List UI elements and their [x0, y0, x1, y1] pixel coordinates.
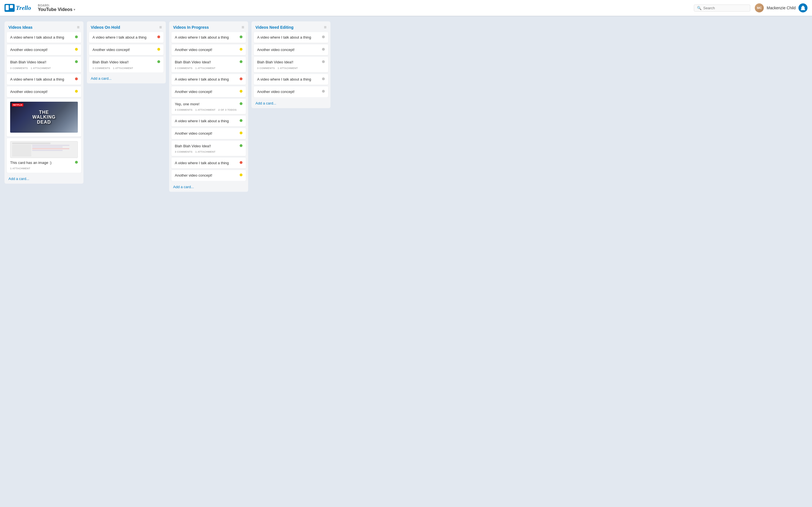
column-title: Videos In Progress: [173, 25, 209, 30]
card-title: A video where I talk about a thing: [257, 77, 320, 82]
board-name-area[interactable]: YouTube Videos ▾: [38, 7, 75, 12]
column-header: Videos Ideas≡: [4, 21, 84, 32]
netflix-badge: NETFLIX: [12, 103, 23, 107]
card-meta-item: 1 ATTACHMENT: [113, 67, 133, 69]
column-menu-icon[interactable]: ≡: [324, 25, 326, 30]
card[interactable]: Another video concept!: [171, 45, 246, 55]
column-menu-icon[interactable]: ≡: [242, 25, 244, 30]
card[interactable]: Blah Blah Video Idea!!3 COMMENTS1 ATTACH…: [89, 57, 163, 72]
card-title: A video where I talk about a thing: [175, 161, 238, 166]
card[interactable]: Blah Blah Video Idea!!3 COMMENTS1 ATTACH…: [171, 141, 246, 156]
card-dot: [322, 48, 325, 51]
column-title: Videos Need Editing: [255, 25, 294, 30]
card[interactable]: Another video concept!: [7, 87, 81, 97]
card-meta-item: 3 COMMENTS: [257, 67, 275, 69]
add-card-button[interactable]: Add a card...: [4, 174, 84, 184]
column-menu-icon[interactable]: ≡: [77, 25, 80, 30]
card-meta: 3 COMMENTS1 ATTACHMENT: [175, 67, 243, 69]
card-dot: [322, 60, 325, 63]
card-dot: [75, 77, 78, 80]
card[interactable]: Yep, one more!3 COMMENTS1 ATTACHMENT2 OF…: [171, 99, 246, 114]
card-meta-item: 1 ATTACHMENT: [195, 108, 216, 111]
card-meta-item: 1 ATTACHMENT: [10, 167, 31, 170]
walking-dead-title: THE WALKING DEAD: [33, 110, 56, 125]
bell-icon: [801, 6, 805, 10]
column-title: Videos On Hold: [91, 25, 120, 30]
card-title: Another video concept!: [257, 47, 320, 52]
card-dot: [240, 119, 243, 122]
card-title: A video where I talk about a thing: [93, 35, 156, 40]
card-image-browser: [10, 141, 78, 158]
add-card-button[interactable]: Add a card...: [252, 98, 331, 108]
card[interactable]: Blah Blah Video Idea!!3 COMMENTS1 ATTACH…: [171, 57, 246, 72]
card[interactable]: Another video concept!: [171, 170, 246, 181]
card-meta-item: 3 COMMENTS: [175, 67, 193, 69]
card[interactable]: Another video concept!: [254, 87, 328, 97]
avatar[interactable]: MC: [755, 3, 764, 12]
trello-wordmark: Trello: [16, 4, 31, 11]
card[interactable]: Blah Blah Video Idea!!3 COMMENTS1 ATTACH…: [7, 57, 81, 72]
card-dot: [240, 131, 243, 134]
card[interactable]: A video where I talk about a thing: [254, 32, 328, 43]
card[interactable]: A video where I talk about a thing: [171, 74, 246, 85]
column-header: Videos On Hold≡: [87, 21, 166, 32]
card[interactable]: Another video concept!: [171, 87, 246, 97]
card-title: A video where I talk about a thing: [175, 77, 238, 82]
trello-logo[interactable]: Trello: [4, 4, 31, 12]
board-dropdown-icon[interactable]: ▾: [73, 8, 75, 11]
card-dot: [240, 77, 243, 80]
card[interactable]: Another video concept!: [7, 45, 81, 55]
card-dot: [240, 90, 243, 93]
notification-icon[interactable]: [799, 3, 808, 12]
card-dot: [75, 36, 78, 38]
search-bar[interactable]: 🔍: [694, 4, 750, 11]
card-title: This card has an image :): [10, 160, 73, 165]
logo-area: Trello BOARD: YouTube Videos ▾: [4, 4, 75, 12]
card-dot: [240, 144, 243, 147]
column-col3: Videos In Progress≡A video where I talk …: [169, 21, 248, 192]
card-title: Another video concept!: [175, 47, 238, 52]
card[interactable]: Another video concept!: [171, 128, 246, 139]
card-dot: [322, 77, 325, 80]
column-col1: Videos Ideas≡A video where I talk about …: [4, 21, 84, 184]
card[interactable]: A video where I talk about a thing: [7, 32, 81, 43]
card[interactable]: A video where I talk about a thing: [171, 116, 246, 126]
card-title: Another video concept!: [10, 89, 73, 94]
card-title: A video where I talk about a thing: [175, 35, 238, 40]
column-menu-icon[interactable]: ≡: [159, 25, 162, 30]
card[interactable]: NETFLIXTHE WALKING DEAD: [7, 99, 81, 136]
card[interactable]: A video where I talk about a thing: [171, 32, 246, 43]
card[interactable]: This card has an image :)1 ATTACHMENT: [7, 138, 81, 173]
card-dot: [157, 48, 160, 51]
card[interactable]: A video where I talk about a thing: [171, 158, 246, 168]
card-title: Blah Blah Video Idea!!: [257, 60, 320, 65]
svg-rect-1: [6, 5, 9, 10]
card[interactable]: A video where I talk about a thing: [89, 32, 163, 43]
board-label: BOARD: YouTube Videos ▾: [38, 4, 75, 12]
card-title: Yep, one more!: [175, 102, 238, 107]
card[interactable]: A video where I talk about a thing: [254, 74, 328, 85]
card-dot: [75, 48, 78, 51]
card-dot: [75, 60, 78, 63]
card-meta: 3 COMMENTS1 ATTACHMENT: [175, 151, 243, 153]
search-input[interactable]: [703, 6, 743, 10]
card-meta-item: 1 ATTACHMENT: [195, 67, 216, 69]
card[interactable]: Another video concept!: [89, 45, 163, 55]
card-dot: [322, 36, 325, 38]
card[interactable]: Blah Blah Video Idea!!3 COMMENTS1 ATTACH…: [254, 57, 328, 72]
user-area: MC Mackenzie Child: [755, 3, 808, 12]
card[interactable]: Another video concept!: [254, 45, 328, 55]
card-dot: [240, 161, 243, 164]
header: Trello BOARD: YouTube Videos ▾ 🔍 MC Mack…: [0, 0, 812, 16]
add-card-button[interactable]: Add a card...: [169, 182, 248, 192]
add-card-button[interactable]: Add a card...: [87, 73, 166, 83]
card-title: Blah Blah Video Idea!!: [93, 60, 156, 65]
card-meta-item: 1 ATTACHMENT: [31, 67, 51, 69]
card-title: A video where I talk about a thing: [257, 35, 320, 40]
card[interactable]: A video where I talk about a thing: [7, 74, 81, 85]
card-meta: 3 COMMENTS1 ATTACHMENT: [10, 67, 78, 69]
card-dot: [322, 90, 325, 93]
card-dot: [240, 48, 243, 51]
card-image-walking-dead: NETFLIXTHE WALKING DEAD: [10, 102, 78, 133]
card-dot: [240, 36, 243, 38]
